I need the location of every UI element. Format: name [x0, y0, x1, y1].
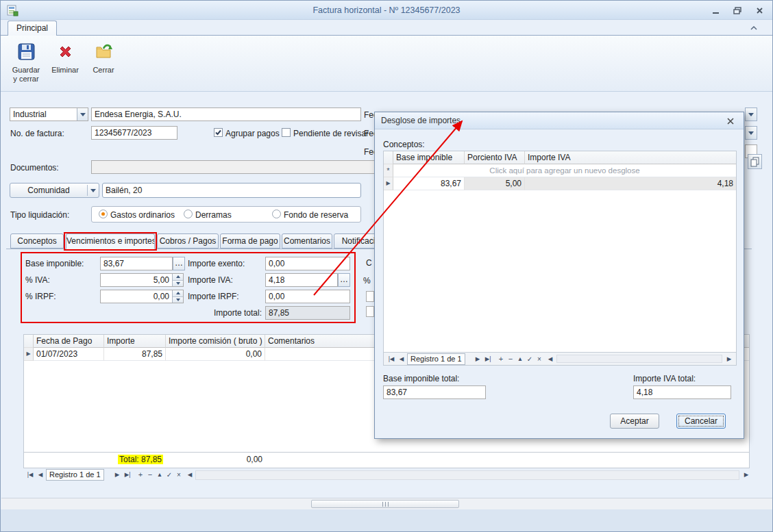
- importe-iva-ellipsis-button[interactable]: …: [338, 273, 350, 287]
- comunidad-dropdown-arrow[interactable]: [88, 189, 99, 192]
- tab-comentarios[interactable]: Comentarios: [282, 233, 332, 249]
- save-and-close-button[interactable]: Guardar y cerrar: [8, 39, 45, 89]
- covered-input-sliver-2[interactable]: [366, 306, 374, 317]
- covered-combo-dropdown-button-2[interactable]: [745, 126, 757, 140]
- copy-document-button[interactable]: [748, 154, 762, 169]
- delete-button[interactable]: Eliminar: [49, 39, 82, 89]
- spin-buttons[interactable]: [172, 290, 183, 303]
- nav-record-indicator: Registro 1 de 1: [407, 353, 465, 365]
- importe-exento-field[interactable]: 0,00: [265, 257, 350, 270]
- covered-combo-dropdown-button-1[interactable]: [745, 107, 757, 121]
- ribbon-tab-principal[interactable]: Principal: [8, 21, 57, 36]
- cell-porciento-iva[interactable]: 5,00: [465, 177, 525, 190]
- cancel-button[interactable]: Cancelar: [676, 414, 726, 429]
- new-row-indicator: *: [384, 164, 393, 177]
- spin-up-icon: [173, 290, 183, 297]
- nav-endedit-button[interactable]: ✓: [164, 470, 174, 480]
- nav-append-button[interactable]: +: [496, 354, 506, 364]
- agrupar-pagos-checkbox[interactable]: [214, 128, 223, 137]
- dropdown-arrow-icon: [80, 113, 86, 116]
- tab-forma-pago[interactable]: Forma de pago: [220, 233, 280, 249]
- base-imponible-ellipsis-button[interactable]: …: [173, 257, 185, 270]
- horizontal-scrollbar-thumb[interactable]: [311, 500, 459, 508]
- nav-next-button[interactable]: ▶: [473, 354, 482, 364]
- comunidad-address-field[interactable]: Bailén, 20: [102, 183, 361, 198]
- close-button[interactable]: [752, 5, 767, 16]
- column-header-porciento-iva[interactable]: Porciento IVA: [465, 151, 525, 164]
- titlebar[interactable]: Factura horizontal - Nº 12345677/2023: [1, 1, 772, 20]
- nav-prev-button[interactable]: ◀: [397, 354, 406, 364]
- radio-gastos-label: Gastos ordinarios: [110, 210, 175, 220]
- cell-comision[interactable]: 0,00: [166, 348, 265, 361]
- importe-irpf-label: Importe IRPF:: [188, 292, 239, 301]
- ribbon-body: Guardar y cerrar Eliminar Cerrar: [1, 35, 772, 92]
- spin-buttons[interactable]: [172, 274, 183, 286]
- nav-delete-button[interactable]: −: [506, 354, 515, 364]
- comunidad-split-button[interactable]: Comunidad: [10, 183, 99, 198]
- column-header-importe-iva[interactable]: Importe IVA: [525, 151, 736, 164]
- ribbon-collapse-icon[interactable]: [748, 23, 760, 34]
- maximize-button[interactable]: [730, 5, 745, 16]
- iva-pct-spinner[interactable]: 5,00: [100, 273, 184, 287]
- column-header-importe[interactable]: Importe: [104, 335, 166, 348]
- tipo-proveedor-dropdown-button[interactable]: [77, 108, 88, 121]
- cell-base-imponible[interactable]: 83,67: [393, 177, 465, 190]
- nav-scroll-left-button[interactable]: ◀: [185, 470, 195, 480]
- nav-scroll-right-button[interactable]: ▶: [741, 470, 751, 480]
- iva-total-field[interactable]: 4,18: [633, 385, 731, 399]
- cell-fecha-pago[interactable]: 01/07/2023: [34, 348, 104, 361]
- nav-cancel-button[interactable]: ×: [535, 354, 544, 364]
- nav-last-button[interactable]: ▶|: [122, 470, 133, 480]
- nav-append-button[interactable]: +: [136, 470, 145, 480]
- nav-delete-button[interactable]: −: [145, 470, 155, 480]
- nav-next-button[interactable]: ▶: [112, 470, 122, 480]
- nav-scrollbar-track[interactable]: [195, 470, 739, 480]
- irpf-pct-spinner[interactable]: 0,00: [100, 290, 184, 303]
- radio-gastos-ordinarios[interactable]: [99, 210, 108, 218]
- tab-conceptos[interactable]: Conceptos: [10, 233, 64, 249]
- base-total-label: Base imponible total:: [383, 374, 459, 383]
- new-row-hint[interactable]: Click aquí para agregar un nuevo desglos…: [393, 164, 736, 177]
- cell-importe-iva[interactable]: 4,18: [525, 177, 736, 190]
- nav-last-button[interactable]: ▶|: [482, 354, 493, 364]
- documentos-label: Documentos:: [10, 163, 59, 173]
- pendiente-revisar-checkbox[interactable]: [282, 128, 291, 137]
- covered-input-sliver-1[interactable]: [366, 291, 374, 302]
- importe-irpf-field[interactable]: 0,00: [265, 290, 350, 303]
- nav-scroll-right-button[interactable]: ▶: [724, 354, 734, 364]
- nav-edit-button[interactable]: ▲: [515, 354, 525, 364]
- tipo-proveedor-combo[interactable]: Industrial: [10, 107, 88, 121]
- accept-button[interactable]: Aceptar: [610, 414, 659, 429]
- invoice-number-field[interactable]: 12345677/2023: [91, 126, 177, 140]
- cell-importe[interactable]: 87,85: [104, 348, 166, 361]
- nav-prev-button[interactable]: ◀: [36, 470, 45, 480]
- minimize-button[interactable]: [708, 5, 723, 16]
- spin-up-icon: [173, 274, 183, 281]
- importe-total-value: 87,85: [269, 308, 289, 318]
- importe-total-label: Importe total:: [188, 308, 262, 318]
- radio-fondo-label: Fondo de reserva: [284, 210, 348, 220]
- importe-iva-field[interactable]: 4,18: [265, 273, 338, 287]
- nav-edit-button[interactable]: ▲: [155, 470, 164, 480]
- horizontal-scrollbar-track[interactable]: [1, 498, 772, 509]
- column-header-comision[interactable]: Importe comisión ( bruto ): [166, 335, 265, 348]
- nav-scrollbar-track[interactable]: [556, 355, 722, 363]
- supplier-field[interactable]: Endesa Energia, S.A.U.: [91, 107, 361, 121]
- base-imponible-field[interactable]: 83,67: [100, 257, 173, 270]
- radio-fondo-reserva[interactable]: [272, 210, 281, 218]
- dialog-titlebar[interactable]: Desglose de importes: [375, 112, 744, 129]
- column-header-base-imponible[interactable]: Base imponible: [393, 151, 465, 164]
- nav-scroll-left-button[interactable]: ◀: [545, 354, 555, 364]
- nav-endedit-button[interactable]: ✓: [525, 354, 535, 364]
- dialog-close-icon[interactable]: [726, 117, 735, 127]
- tab-vencimientos-importes[interactable]: Vencimientos e importes: [66, 233, 155, 249]
- agrupar-pagos-label: Agrupar pagos: [225, 129, 280, 138]
- radio-derramas[interactable]: [184, 210, 193, 218]
- tab-cobros-pagos[interactable]: Cobros / Pagos: [157, 233, 219, 249]
- base-total-field[interactable]: 83,67: [383, 385, 486, 399]
- nav-first-button[interactable]: |◀: [25, 470, 35, 480]
- nav-first-button[interactable]: |◀: [386, 354, 396, 364]
- column-header-fecha-pago[interactable]: Fecha de Pago: [34, 335, 104, 348]
- nav-cancel-button[interactable]: ×: [174, 470, 184, 480]
- close-form-button[interactable]: Cerrar: [87, 39, 120, 89]
